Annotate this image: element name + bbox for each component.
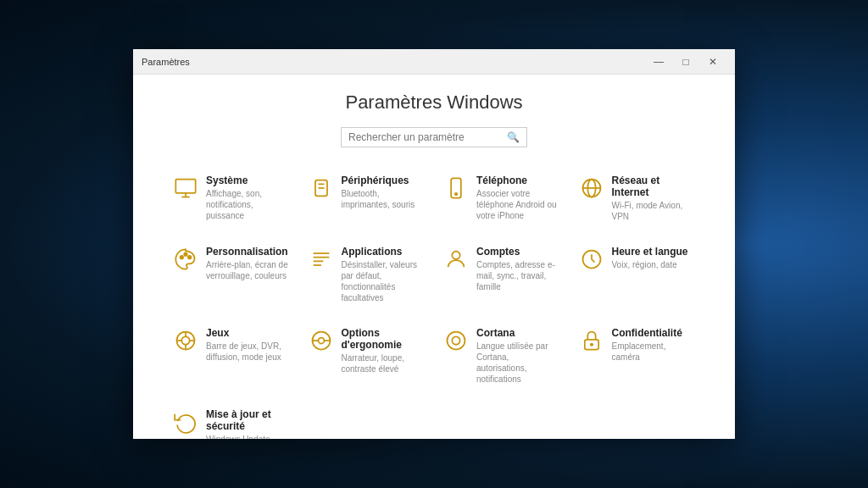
comptes-icon — [444, 247, 468, 274]
settings-item-telephone[interactable]: Téléphone Associer votre téléphone Andro… — [437, 168, 566, 229]
svg-point-21 — [181, 336, 189, 344]
settings-item-applications[interactable]: Applications Désinstaller, valeurs par d… — [303, 239, 431, 310]
window-controls: — □ ✕ — [645, 49, 726, 75]
svg-point-18 — [452, 252, 459, 259]
settings-item-personnalisation[interactable]: Personnalisation Arrière-plan, écran de … — [167, 239, 296, 310]
peripheriques-title: Périphériques — [342, 175, 425, 186]
applications-title: Applications — [342, 246, 425, 258]
telephone-icon — [444, 176, 468, 203]
svg-point-31 — [452, 336, 459, 344]
title-bar: Paramètres — □ ✕ — [133, 49, 735, 75]
confidentialite-desc: Emplacement, caméra — [612, 341, 695, 363]
minimize-button[interactable]: — — [645, 49, 672, 75]
svg-point-26 — [318, 338, 324, 344]
reseau-title: Réseau et Internet — [612, 175, 695, 198]
peripheriques-icon — [309, 176, 333, 203]
jeux-icon — [174, 329, 198, 356]
confidentialite-icon — [580, 329, 604, 356]
settings-item-miseajour[interactable]: Mise à jour et sécurité Windows Update, … — [167, 402, 296, 439]
cortana-desc: Langue utilisée par Cortana, autorisatio… — [476, 341, 559, 385]
close-button[interactable]: ✕ — [699, 49, 726, 75]
jeux-title: Jeux — [206, 327, 289, 339]
personnalisation-title: Personnalisation — [206, 246, 289, 258]
telephone-title: Téléphone — [476, 175, 559, 186]
ergonomie-desc: Narrateur, loupe, contraste élevé — [342, 352, 425, 374]
svg-point-12 — [184, 252, 187, 256]
svg-point-11 — [181, 256, 184, 259]
reseau-icon — [580, 176, 604, 203]
heure-title: Heure et langue — [612, 246, 695, 258]
svg-point-33 — [590, 344, 592, 346]
jeux-desc: Barre de jeux, DVR, diffusion, mode jeux — [206, 341, 289, 363]
applications-icon — [309, 247, 333, 274]
personnalisation-icon — [174, 247, 198, 274]
page-title: Paramètres Windows — [167, 92, 701, 114]
maximize-button[interactable]: □ — [672, 49, 699, 75]
settings-window: Paramètres — □ ✕ Paramètres Windows 🔍 Sy… — [133, 49, 735, 439]
search-icon: 🔍 — [507, 131, 520, 143]
systeme-icon — [174, 176, 198, 203]
settings-item-reseau[interactable]: Réseau et Internet Wi-Fi, mode Avion, VP… — [573, 168, 702, 229]
comptes-desc: Comptes, adresse e-mail, sync., travail,… — [476, 259, 559, 292]
search-bar[interactable]: 🔍 — [341, 127, 527, 147]
settings-item-comptes[interactable]: Comptes Comptes, adresse e-mail, sync., … — [437, 239, 566, 310]
settings-item-cortana[interactable]: Cortana Langue utilisée par Cortana, aut… — [437, 320, 566, 391]
personnalisation-desc: Arrière-plan, écran de verrouillage, cou… — [206, 259, 289, 281]
peripheriques-desc: Bluetooth, imprimantes, souris — [342, 188, 425, 210]
miseajour-icon — [174, 410, 198, 437]
comptes-title: Comptes — [476, 246, 559, 258]
cortana-title: Cortana — [476, 327, 559, 339]
settings-grid: Système Affichage, son, notifications, p… — [167, 168, 701, 439]
reseau-desc: Wi-Fi, mode Avion, VPN — [612, 200, 695, 222]
svg-point-13 — [188, 256, 192, 259]
heure-desc: Voix, région, date — [612, 259, 695, 270]
search-input[interactable] — [348, 131, 507, 143]
telephone-desc: Associer votre téléphone Android ou votr… — [476, 188, 559, 221]
ergonomie-title: Options d'ergonomie — [342, 327, 425, 351]
window-title: Paramètres — [142, 57, 645, 67]
settings-item-jeux[interactable]: Jeux Barre de jeux, DVR, diffusion, mode… — [167, 320, 296, 391]
cortana-icon — [444, 329, 468, 356]
systeme-desc: Affichage, son, notifications, puissance — [206, 188, 289, 221]
settings-item-ergonomie[interactable]: Options d'ergonomie Narrateur, loupe, co… — [303, 320, 431, 391]
applications-desc: Désinstaller, valeurs par défaut, foncti… — [342, 259, 425, 303]
settings-item-systeme[interactable]: Système Affichage, son, notifications, p… — [167, 168, 296, 229]
settings-item-peripheriques[interactable]: Périphériques Bluetooth, imprimantes, so… — [303, 168, 431, 229]
svg-point-7 — [455, 193, 457, 195]
miseajour-desc: Windows Update, récupération, sauvegarde — [206, 434, 289, 439]
systeme-title: Système — [206, 175, 289, 186]
settings-item-confidentialite[interactable]: Confidentialité Emplacement, caméra — [573, 320, 702, 391]
main-content: Paramètres Windows 🔍 Système Affichage, … — [133, 75, 735, 439]
ergonomie-icon — [309, 329, 333, 356]
miseajour-title: Mise à jour et sécurité — [206, 408, 289, 432]
svg-rect-0 — [175, 180, 195, 193]
settings-item-heure[interactable]: Heure et langue Voix, région, date — [573, 239, 702, 310]
heure-icon — [580, 247, 604, 274]
svg-point-30 — [448, 332, 465, 350]
confidentialite-title: Confidentialité — [612, 327, 695, 339]
